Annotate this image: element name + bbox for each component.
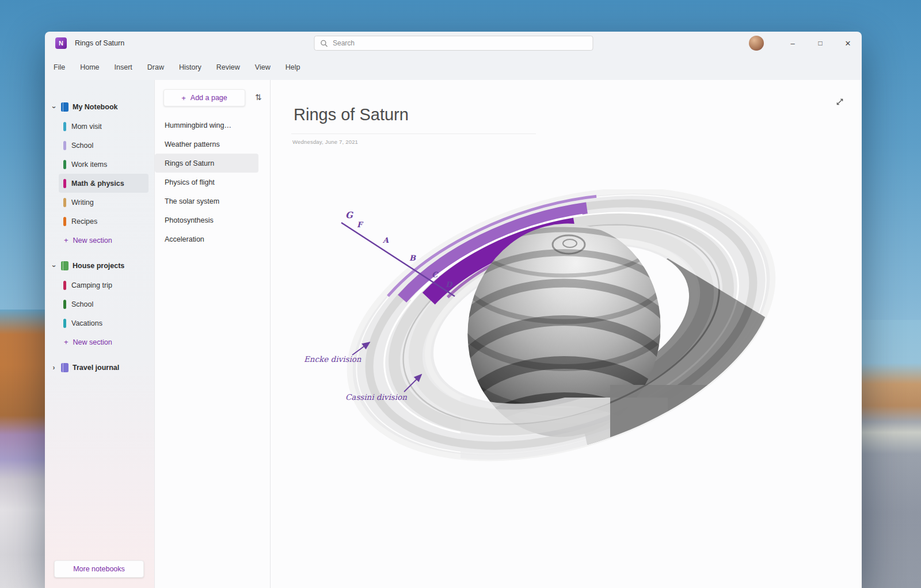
chevron-right-icon[interactable]: › bbox=[51, 365, 57, 371]
titlebar-controls: – □ ✕ bbox=[749, 32, 862, 55]
menubar: File Home Insert Draw History Review Vie… bbox=[45, 55, 862, 80]
search-icon bbox=[320, 40, 328, 47]
section-color-bar bbox=[63, 179, 66, 188]
page-item-rings-of-saturn[interactable]: Rings of Saturn bbox=[155, 154, 258, 173]
ring-letter-b: B bbox=[409, 254, 416, 262]
section-color-bar bbox=[63, 300, 66, 309]
section-label: Camping trip bbox=[71, 281, 112, 289]
notebook-icon bbox=[61, 102, 68, 112]
ring-letter-d: D bbox=[446, 280, 453, 289]
plus-icon: + bbox=[181, 94, 186, 102]
onenote-window: N Rings of Saturn – □ ✕ File Home Insert… bbox=[45, 32, 862, 588]
notebook-house-projects[interactable]: › House projects bbox=[45, 256, 154, 276]
section-color-bar bbox=[63, 217, 66, 226]
page-item-acceleration[interactable]: Acceleration bbox=[155, 230, 258, 249]
account-avatar[interactable] bbox=[749, 36, 764, 51]
cassini-division-label: Cassini division bbox=[345, 392, 407, 402]
section-label: Vacations bbox=[71, 319, 102, 327]
section-color-bar bbox=[63, 141, 66, 150]
plus-icon: + bbox=[64, 236, 68, 245]
search-box[interactable] bbox=[314, 36, 593, 51]
menu-view[interactable]: View bbox=[255, 63, 271, 71]
page-rows: Hummingbird wing… Weather patterns Rings… bbox=[155, 116, 270, 249]
section-color-bar bbox=[63, 122, 66, 131]
chevron-down-icon[interactable]: › bbox=[51, 104, 57, 110]
add-page-button[interactable]: + Add a page bbox=[163, 89, 245, 106]
new-section-button[interactable]: + New section bbox=[64, 231, 154, 250]
menu-help[interactable]: Help bbox=[286, 63, 300, 71]
maximize-button[interactable]: □ bbox=[806, 32, 834, 55]
page-item-hummingbird-wing[interactable]: Hummingbird wing… bbox=[155, 116, 258, 135]
page-date: Wednesday, June 7, 2021 bbox=[292, 139, 862, 145]
page-item-weather-patterns[interactable]: Weather patterns bbox=[155, 135, 258, 154]
section-label: Writing bbox=[71, 198, 94, 207]
titlebar: N Rings of Saturn – □ ✕ bbox=[45, 32, 862, 55]
page-item-physics-of-flight[interactable]: Physics of flight bbox=[155, 173, 258, 192]
search-input[interactable] bbox=[332, 39, 573, 48]
wallpaper-left-landscape bbox=[0, 310, 46, 588]
ring-letter-g: G bbox=[345, 210, 353, 220]
section-school[interactable]: School bbox=[59, 136, 149, 155]
menu-insert[interactable]: Insert bbox=[115, 63, 132, 71]
section-label: Math & physics bbox=[71, 180, 124, 188]
menu-file[interactable]: File bbox=[54, 63, 65, 71]
section-label: Recipes bbox=[71, 217, 97, 226]
section-label: School bbox=[71, 300, 93, 308]
notebook-my-notebook[interactable]: › My Notebook bbox=[45, 97, 154, 117]
section-color-bar bbox=[63, 160, 66, 169]
notebook-icon bbox=[61, 363, 68, 372]
section-mom-visit[interactable]: Mom visit bbox=[59, 117, 149, 136]
onenote-app-icon: N bbox=[55, 37, 67, 49]
more-notebooks-button[interactable]: More notebooks bbox=[54, 560, 144, 578]
section-math-physics[interactable]: Math & physics bbox=[59, 174, 149, 193]
section-school-2[interactable]: School bbox=[59, 295, 149, 314]
chevron-down-icon[interactable]: › bbox=[51, 263, 57, 269]
page-item-the-solar-system[interactable]: The solar system bbox=[155, 192, 258, 211]
expand-icon[interactable] bbox=[835, 97, 844, 109]
ring-letter-f: F bbox=[357, 220, 364, 229]
saturn-illustration: G F A B C D Encke division Cassini divis… bbox=[299, 189, 800, 471]
page-list-panel: + Add a page ⇅ Hummingbird wing… Weather… bbox=[154, 80, 271, 588]
notebook-label: House projects bbox=[73, 262, 124, 270]
page-item-photosynthesis[interactable]: Photosynthesis bbox=[155, 211, 258, 230]
new-section-button-2[interactable]: + New section bbox=[64, 333, 154, 352]
main-area: › My Notebook Mom visit School Work item… bbox=[45, 80, 862, 588]
section-camping-trip[interactable]: Camping trip bbox=[59, 276, 149, 295]
notebook-sidebar: › My Notebook Mom visit School Work item… bbox=[45, 80, 154, 588]
new-section-label: New section bbox=[73, 236, 112, 245]
ring-letter-a: A bbox=[382, 236, 389, 245]
notebook-travel-journal[interactable]: › Travel journal bbox=[45, 358, 154, 377]
notebook-icon bbox=[61, 261, 68, 270]
section-label: School bbox=[71, 142, 93, 150]
window-title: Rings of Saturn bbox=[75, 39, 124, 47]
section-label: Mom visit bbox=[71, 123, 102, 131]
menu-review[interactable]: Review bbox=[216, 63, 240, 71]
section-color-bar bbox=[63, 319, 66, 328]
plus-icon: + bbox=[64, 338, 68, 346]
section-vacations[interactable]: Vacations bbox=[59, 314, 149, 333]
sort-pages-icon[interactable]: ⇅ bbox=[255, 93, 262, 102]
new-section-label: New section bbox=[73, 338, 112, 346]
minimize-button[interactable]: – bbox=[779, 32, 806, 55]
encke-division-label: Encke division bbox=[304, 354, 361, 364]
section-color-bar bbox=[63, 198, 66, 207]
menu-home[interactable]: Home bbox=[80, 63, 99, 71]
add-page-label: Add a page bbox=[191, 94, 227, 102]
section-work-items[interactable]: Work items bbox=[59, 155, 149, 174]
page-title[interactable]: Rings of Saturn bbox=[294, 105, 862, 124]
menu-draw[interactable]: Draw bbox=[147, 63, 164, 71]
ring-letter-c: C bbox=[432, 270, 439, 279]
page-content: Rings of Saturn Wednesday, June 7, 2021 bbox=[271, 80, 862, 588]
notebook-label: Travel journal bbox=[73, 364, 119, 372]
section-color-bar bbox=[63, 281, 66, 290]
section-label: Work items bbox=[71, 161, 107, 169]
menu-history[interactable]: History bbox=[179, 63, 201, 71]
section-recipes[interactable]: Recipes bbox=[59, 212, 149, 231]
title-divider bbox=[291, 133, 536, 134]
section-writing[interactable]: Writing bbox=[59, 193, 149, 212]
wallpaper-right-landscape bbox=[862, 320, 921, 588]
notebook-label: My Notebook bbox=[73, 103, 117, 111]
close-button[interactable]: ✕ bbox=[834, 32, 862, 55]
